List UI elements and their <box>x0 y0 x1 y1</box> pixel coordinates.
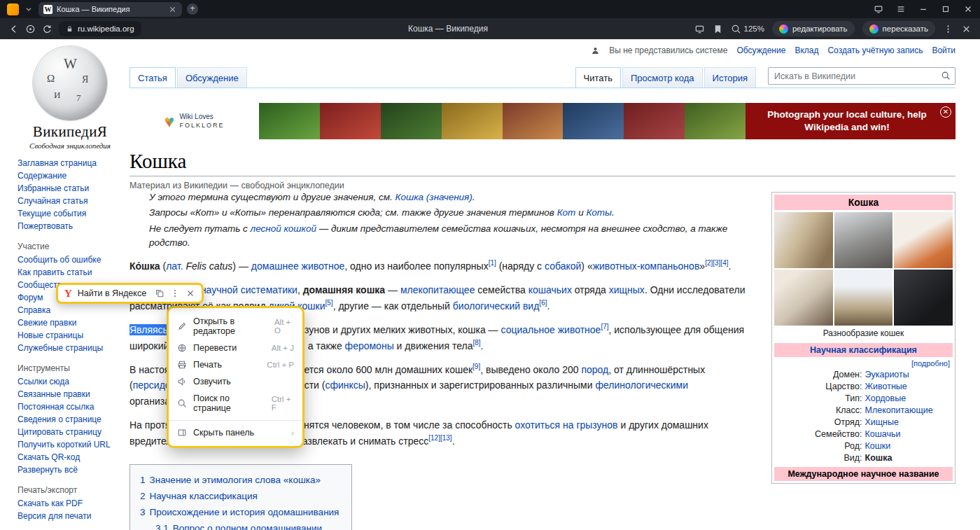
sidebar-item[interactable]: Справка <box>18 304 122 316</box>
wiki-link[interactable]: собакой <box>545 260 581 272</box>
chevron-down-icon[interactable] <box>24 4 34 14</box>
wiki-link[interactable]: Коты <box>586 207 612 218</box>
taxonomy-value[interactable]: Животные <box>865 381 953 393</box>
wiki-link[interactable]: хищных <box>609 284 645 295</box>
cast-icon[interactable] <box>874 4 883 14</box>
sidebar-item[interactable]: Случайная статья <box>18 195 122 207</box>
taxonomy-value[interactable]: Кошки <box>865 440 953 452</box>
search-input[interactable] <box>768 67 955 85</box>
white-and-red-cat-photo[interactable] <box>894 212 953 268</box>
wiki-link[interactable]: лесной кошкой <box>251 223 316 234</box>
close-icon[interactable] <box>963 4 973 14</box>
wiki-link[interactable]: сфинксы <box>325 379 365 391</box>
sidebar-item[interactable]: Избранные статьи <box>18 182 122 195</box>
reference-link[interactable]: [5] <box>326 299 333 307</box>
sidebar-item[interactable]: Сообщить об ошибке <box>18 253 122 266</box>
details-link[interactable]: [подробно] <box>774 357 953 369</box>
sidebar-item[interactable]: Развернуть всё <box>18 463 122 476</box>
wiki-link[interactable]: Кошка (значения) <box>396 192 472 202</box>
sidebar-item[interactable]: Связанные правки <box>18 388 122 400</box>
wiki-link[interactable]: животных-компаньонов <box>593 260 700 272</box>
sidebar-item[interactable]: Цитировать страницу <box>18 426 122 438</box>
userbar-link[interactable]: Создать учётную запись <box>827 46 923 55</box>
wiki-link[interactable]: млекопитающее <box>400 284 475 295</box>
find-in-yandex-label[interactable]: Найти в Яндексе <box>78 288 149 298</box>
assistant-icon[interactable] <box>25 24 36 34</box>
collections-icon[interactable] <box>694 24 705 34</box>
wiki-link[interactable]: социальное животное <box>501 324 601 335</box>
taxonomy-value[interactable]: Хищные <box>865 417 953 428</box>
wiki-link[interactable]: лат. <box>166 260 183 272</box>
reference-link[interactable]: [2][3][4] <box>705 259 728 267</box>
context-menu-item[interactable]: Открыть в редактореAlt + O <box>169 313 302 340</box>
fundraising-banner[interactable]: ♥ Wiki Loves FOLKLORE Photograph your lo… <box>130 103 955 139</box>
context-menu-item[interactable]: Поиск по страницеCtrl + F <box>169 390 302 417</box>
wiki-link[interactable]: охотиться на грызунов <box>515 419 618 431</box>
reference-link[interactable]: [8] <box>472 339 480 347</box>
address-bar[interactable]: ru.wikipedia.org <box>59 21 141 36</box>
sidebar-item[interactable]: Версия для печати <box>18 510 122 522</box>
sidebar-item[interactable]: Скачать QR-код <box>18 451 122 463</box>
sidebar-item[interactable]: Как править статьи <box>18 266 122 279</box>
sidebar-item[interactable]: Получить короткий URL <box>18 438 122 451</box>
wikipedia-wordmark[interactable]: ВикипедиЯ <box>18 123 122 141</box>
sidebar-item[interactable]: Текущие события <box>18 207 122 220</box>
context-menu-item[interactable]: Скрыть панель› <box>169 424 302 441</box>
browser-menu-icon[interactable] <box>896 4 906 14</box>
sidebar-item[interactable]: Заглавная страница <box>18 157 122 169</box>
context-menu-item[interactable]: ПечатьCtrl + P <box>169 356 302 373</box>
more-options-icon[interactable] <box>170 288 180 298</box>
sidebar-item[interactable]: Новые страницы <box>18 329 122 342</box>
wikipedia-logo[interactable]: W Ω Я И 7 <box>33 46 107 120</box>
wiki-link[interactable]: феромоны <box>345 340 394 351</box>
toc-item[interactable]: 3Происхождение и история одомашнивания <box>140 505 339 521</box>
retell-button[interactable]: пересказать <box>862 21 935 36</box>
sidebar-item[interactable]: Ссылки сюда <box>18 375 122 388</box>
close-find-bar-icon[interactable] <box>186 288 195 298</box>
bookmark-icon[interactable] <box>713 24 723 34</box>
classification-link[interactable]: Научная классификация <box>810 345 917 355</box>
sidebar-item[interactable]: Содержание <box>18 169 122 182</box>
context-menu-item[interactable]: ПеревестиAlt + J <box>169 340 302 356</box>
sidebar-item[interactable]: Сведения о странице <box>18 413 122 426</box>
black-cat-photo[interactable] <box>894 270 953 326</box>
toc-item[interactable]: 2Научная классификация <box>140 489 339 505</box>
userbar-link[interactable]: Вклад <box>794 46 818 55</box>
tabby-cat-in-snow-photo[interactable] <box>834 270 893 326</box>
taxonomy-value[interactable]: Кошачьи <box>865 428 953 440</box>
copy-icon[interactable] <box>155 288 164 298</box>
sidebar-item[interactable]: Скачать как PDF <box>18 497 122 510</box>
tab-close-icon[interactable] <box>168 5 177 14</box>
page-tab[interactable]: Статья <box>130 67 176 88</box>
taxonomy-value[interactable]: Эукариоты <box>865 369 953 381</box>
edit-button[interactable]: редактировать <box>772 21 855 36</box>
new-tab-button[interactable]: + <box>187 4 198 15</box>
toc-item[interactable]: 1Значение и этимология слова «кошка» <box>140 473 339 489</box>
wiki-link[interactable]: биологический вид <box>453 300 540 312</box>
reference-link[interactable]: [9] <box>472 363 480 370</box>
gray-cat-photo[interactable] <box>834 212 893 268</box>
page-tab[interactable]: История <box>704 67 756 88</box>
minimize-icon[interactable] <box>918 4 928 14</box>
banner-close-icon[interactable]: ✕ <box>940 106 951 118</box>
wiki-link[interactable]: научной систематики <box>201 284 298 295</box>
taxonomy-value[interactable]: Хордовые <box>865 393 953 405</box>
userbar-link[interactable]: Войти <box>932 46 955 55</box>
sidebar-item[interactable]: Пожертвовать <box>18 220 122 232</box>
wiki-link[interactable]: фелинологическими <box>595 379 688 391</box>
page-tab[interactable]: Читать <box>575 67 621 88</box>
sidebar-item[interactable]: Постоянная ссылка <box>18 400 122 413</box>
zoom-indicator[interactable]: 125% <box>731 24 764 34</box>
kebab-menu-icon[interactable] <box>943 24 953 34</box>
tabby-cat-lying-photo[interactable] <box>774 212 833 268</box>
wiki-link[interactable]: кошачьих <box>528 284 572 295</box>
sidebar-item[interactable]: Свежие правки <box>18 316 122 329</box>
taxonomy-value[interactable]: Млекопитающие <box>865 405 953 417</box>
page-tab[interactable]: Просмотр кода <box>622 67 703 88</box>
page-tab[interactable]: Обсуждение <box>177 67 247 88</box>
toc-item[interactable]: 3.1Вопрос о полном одомашнивании <box>140 521 339 530</box>
browser-tab[interactable]: W Кошка — Википедия <box>38 2 182 17</box>
wiki-link[interactable]: Кот <box>557 207 576 218</box>
yandex-find-bar[interactable]: Y Найти в Яндексе <box>56 283 204 304</box>
wiki-link[interactable]: домашнее животное <box>251 260 344 272</box>
